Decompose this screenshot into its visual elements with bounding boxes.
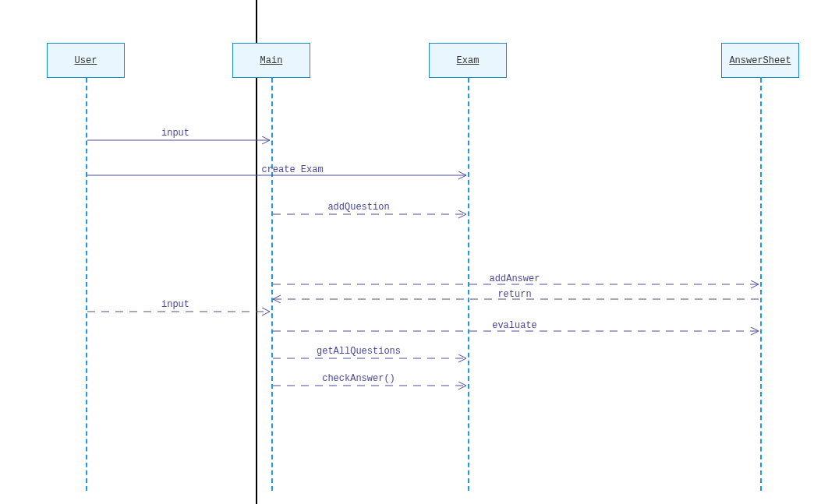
message-label-m6: input xyxy=(161,299,189,310)
message-label-m2: create Exam xyxy=(261,164,323,175)
participant-main-label: Main xyxy=(260,55,283,66)
participant-main[interactable]: Main xyxy=(232,43,310,78)
lifeline-main xyxy=(271,78,273,491)
lifeline-exam xyxy=(468,78,469,491)
message-label-m1: input xyxy=(161,128,189,139)
participant-answersheet-label: AnswerSheet xyxy=(729,55,791,66)
message-label-m5: return xyxy=(497,289,531,300)
message-label-m9: checkAnswer() xyxy=(322,373,395,384)
message-label-m4: addAnswer xyxy=(490,273,540,284)
sequence-diagram-canvas: User Main Exam AnswerSheet inputcreate E… xyxy=(0,0,821,504)
lifeline-answersheet xyxy=(760,78,762,491)
message-label-m8: getAllQuestions xyxy=(317,346,401,357)
lifeline-user xyxy=(86,78,87,491)
participant-user[interactable]: User xyxy=(47,43,125,78)
message-label-m3: addQuestion xyxy=(327,202,389,213)
participant-answersheet[interactable]: AnswerSheet xyxy=(721,43,799,78)
participant-exam-label: Exam xyxy=(457,55,480,66)
message-label-m7: evaluate xyxy=(492,320,537,331)
participant-user-label: User xyxy=(75,55,97,66)
participant-exam[interactable]: Exam xyxy=(429,43,507,78)
